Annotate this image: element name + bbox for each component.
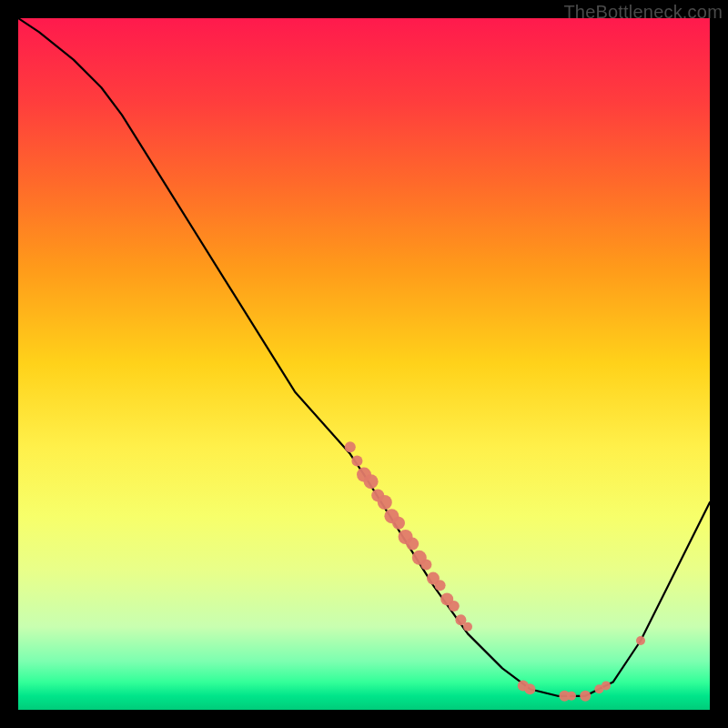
- data-point: [580, 691, 591, 702]
- data-point: [449, 601, 460, 612]
- watermark-text: TheBottleneck.com: [563, 2, 723, 23]
- data-point: [364, 474, 379, 489]
- data-point: [567, 692, 576, 701]
- data-point: [602, 681, 611, 690]
- data-point: [463, 622, 472, 632]
- data-point: [636, 636, 645, 645]
- data-point: [524, 683, 535, 694]
- data-point: [378, 495, 392, 510]
- data-point: [435, 580, 446, 591]
- chart-curve: [18, 18, 710, 696]
- data-point: [420, 559, 431, 570]
- data-point: [406, 538, 419, 551]
- data-point: [351, 455, 362, 466]
- data-point: [345, 441, 356, 452]
- mid-cluster-dots: [345, 441, 472, 632]
- chart-svg: [18, 18, 710, 710]
- data-point: [392, 517, 405, 530]
